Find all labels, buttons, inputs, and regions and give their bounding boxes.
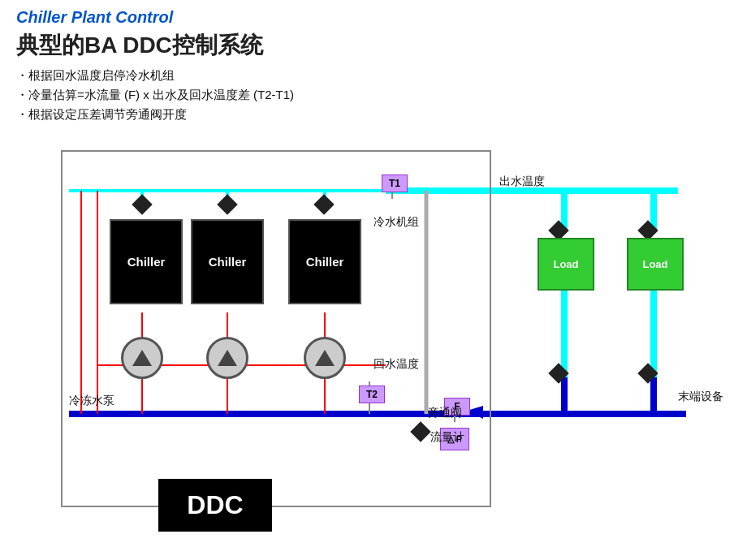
ddc-box: DDC [158, 479, 272, 532]
chiller-3: Chiller [288, 219, 361, 304]
label-chiller-group: 冷水机组 [374, 215, 419, 230]
label-pump: 冷冻水泵 [69, 394, 114, 408]
main-title: 典型的BA DDC控制系统 [16, 30, 294, 61]
bullets: ・根据回水温度启停冷水机组 ・冷量估算=水流量 (F) x 出水及回水温度差 (… [16, 66, 294, 124]
diagram: Chiller Chiller Chiller T1 T2 F △ P Load… [12, 126, 731, 540]
system-box [61, 150, 491, 507]
bullet1: ・根据回水温度启停冷水机组 [16, 66, 294, 85]
sensor-t1: T1 [382, 174, 408, 192]
chiller-1: Chiller [110, 219, 183, 304]
valve-load2-return [637, 363, 658, 383]
header: Chiller Plant Control 典型的BA DDC控制系统 ・根据回… [16, 8, 294, 124]
bullet2: ・冷量估算=水流量 (F) x 出水及回水温度差 (T2-T1) [16, 85, 294, 105]
load-2: Load [627, 238, 684, 291]
app-title: Chiller Plant Control [16, 8, 294, 27]
pump-1 [121, 337, 163, 379]
label-return-temp: 回水温度 [374, 357, 419, 372]
sensor-t2: T2 [359, 386, 385, 403]
pump-3 [304, 337, 346, 379]
label-bypass-valve: 旁通阀 [428, 406, 462, 420]
label-terminal: 末端设备 [678, 390, 723, 404]
valve-load1-return [548, 363, 568, 383]
label-supply-temp: 出水温度 [499, 174, 545, 189]
bullet3: ・根据设定压差调节旁通阀开度 [16, 105, 294, 124]
label-flow-meter: 流量计 [430, 430, 464, 445]
pump-2 [206, 337, 248, 379]
chiller-2: Chiller [191, 219, 264, 304]
load-1: Load [538, 238, 594, 291]
